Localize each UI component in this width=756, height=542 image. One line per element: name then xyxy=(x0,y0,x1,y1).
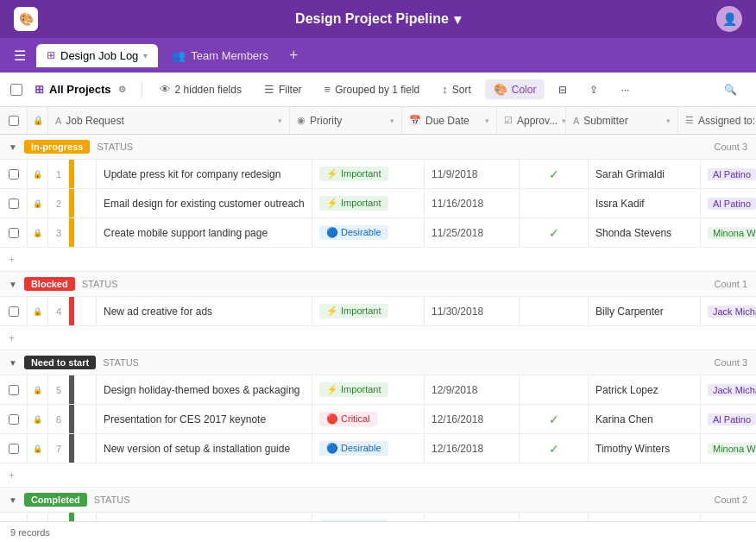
row-job-cell: New ad creative for ads xyxy=(97,297,312,325)
row-checkbox[interactable] xyxy=(9,169,19,180)
row-assigned-cell: Al Patino xyxy=(701,189,756,217)
filter-icon: ☰ xyxy=(264,83,274,96)
row-checkbox[interactable] xyxy=(9,306,19,317)
row-checkbox-cell[interactable] xyxy=(0,297,28,325)
col-submitter-header[interactable]: A Submitter ▾ xyxy=(566,107,678,134)
group-status-in-progress: STATUS xyxy=(97,142,133,152)
assigned-tag: Al Patino xyxy=(708,198,756,210)
group-button[interactable]: ≡ Grouped by 1 field xyxy=(316,79,429,99)
col-approval-header[interactable]: ☑ Approv... ▾ xyxy=(497,107,566,134)
tab-grid-icon: ⊞ xyxy=(47,49,55,61)
col-assigned-header[interactable]: ☰ Assigned to: ▾ xyxy=(678,107,756,134)
row-checkbox-cell[interactable] xyxy=(0,405,28,433)
row-job-text: Assets for new software update xyxy=(104,521,248,522)
row-checkbox-cell[interactable] xyxy=(0,218,28,247)
avatar[interactable]: 👤 xyxy=(716,6,742,32)
row-lock-cell: 🔒 xyxy=(28,513,48,521)
assigned-tag: Minona Writer xyxy=(708,443,756,455)
select-all-checkbox[interactable] xyxy=(10,84,22,96)
row-checkbox[interactable] xyxy=(9,444,19,454)
row-number: 2 xyxy=(48,199,69,209)
color-button[interactable]: 🎨 Color xyxy=(485,79,545,99)
col-duedate-sort-icon: ▾ xyxy=(485,117,489,125)
row-color-bar xyxy=(69,297,74,325)
row-submitter-text: Patrick Lopez xyxy=(595,384,658,396)
filter-button[interactable]: ☰ Filter xyxy=(255,79,311,99)
row-checkbox-cell[interactable] xyxy=(0,375,28,404)
sort-label: Sort xyxy=(452,84,471,96)
view-settings-icon[interactable]: ⚙ xyxy=(118,85,126,94)
nav-tab-team-members[interactable]: 👥 Team Members xyxy=(161,44,279,67)
toolbar-divider-1 xyxy=(142,81,142,98)
row-job-text: New version of setup & installation guid… xyxy=(104,443,290,455)
top-bar: 🎨 Design Project Pipeline ▾ 👤 xyxy=(0,0,756,38)
row-priority-tag: 🔴 Critical xyxy=(319,412,377,426)
hamburger-icon[interactable]: ☰ xyxy=(7,44,33,67)
row-approval-cell: ✓ xyxy=(520,160,589,188)
row-job-cell: Design holiday-themed boxes & packaging xyxy=(97,375,312,404)
row-checkbox-cell[interactable] xyxy=(0,513,28,521)
add-tab-button[interactable]: + xyxy=(282,45,306,66)
team-members-icon: 👥 xyxy=(172,49,186,62)
row-checkbox[interactable] xyxy=(9,228,19,238)
row-priority-cell: 🔵 Desirable xyxy=(312,434,425,463)
grouped-label: Grouped by 1 field xyxy=(335,84,419,96)
row-submitter-text: Billy Carpenter xyxy=(595,306,664,318)
nav-tab-design-job-log[interactable]: ⊞ Design Job Log ▾ xyxy=(36,44,158,67)
col-check-header[interactable] xyxy=(0,107,28,134)
row-duedate-cell: 12/9/2018 xyxy=(425,375,520,404)
nav-tab-secondary-label: Team Members xyxy=(191,49,268,62)
header-checkbox[interactable] xyxy=(9,116,19,126)
table-row: 🔒 4 New ad creative for ads ⚡ Important … xyxy=(0,297,756,326)
col-duedate-header[interactable]: 📅 Due Date ▾ xyxy=(402,107,497,134)
row-priority-cell: 🔵 Desirable xyxy=(312,218,425,247)
row-lock-cell: 🔒 xyxy=(28,434,48,463)
row-num-cell: 8 xyxy=(48,513,97,521)
row-submitter-cell: Issra Kadif xyxy=(589,189,701,217)
row-lock-icon: 🔒 xyxy=(33,170,42,179)
group-toggle-completed[interactable]: ▼ xyxy=(9,495,17,505)
row-job-text: Email design for existing customer outre… xyxy=(104,198,305,210)
row-checkbox-cell[interactable] xyxy=(0,160,28,188)
row-checkbox-cell[interactable] xyxy=(0,434,28,463)
group-badge-need-to-start: Need to start xyxy=(24,356,96,369)
row-priority-tag: 🔵 Desirable xyxy=(319,441,388,456)
more-options-button[interactable]: ··· xyxy=(612,80,638,99)
group-toggle-in-progress[interactable]: ▼ xyxy=(9,142,17,152)
row-num-cell: 7 xyxy=(48,434,97,463)
col-priority-header[interactable]: ◉ Priority ▾ xyxy=(290,107,402,134)
share-icon: ⇪ xyxy=(589,84,598,96)
row-number: 1 xyxy=(48,169,69,180)
row-submitter-text: Timothy Winters xyxy=(595,443,670,455)
row-checkbox[interactable] xyxy=(9,199,19,209)
row-height-button[interactable]: ⊟ xyxy=(550,80,576,99)
table-wrapper: 🔒 A Job Request ▾ ◉ Priority ▾ 📅 Due Dat… xyxy=(0,107,756,521)
sort-button[interactable]: ↕ Sort xyxy=(433,79,480,99)
row-job-cell: Create mobile support landing page xyxy=(97,218,312,247)
col-job-type-icon: A xyxy=(55,116,61,126)
add-row-in-progress[interactable]: + xyxy=(0,248,756,272)
row-checkbox[interactable] xyxy=(9,414,19,425)
row-color-bar xyxy=(69,160,74,188)
row-job-cell: Presentation for CES 2017 keynote xyxy=(97,405,312,433)
view-selector[interactable]: ⊞ All Projects ⚙ xyxy=(28,79,133,99)
col-job-header[interactable]: A Job Request ▾ xyxy=(48,107,290,134)
row-checkbox[interactable] xyxy=(9,385,19,395)
group-toggle-blocked[interactable]: ▼ xyxy=(9,280,17,289)
add-row-need-to-start[interactable]: + xyxy=(0,463,756,488)
row-approval-cell xyxy=(520,189,589,217)
sort-icon: ↕ xyxy=(442,83,448,96)
row-job-cell: New version of setup & installation guid… xyxy=(97,434,312,463)
row-submitter-text: Sarah Grimaldi xyxy=(595,168,665,180)
approval-check-icon: ✓ xyxy=(549,226,559,240)
tab-dropdown-icon[interactable]: ▾ xyxy=(143,51,148,60)
row-checkbox-cell[interactable] xyxy=(0,189,28,217)
group-toggle-need-to-start[interactable]: ▼ xyxy=(9,358,17,368)
title-arrow-icon[interactable]: ▾ xyxy=(454,11,461,28)
hidden-fields-button[interactable]: 👁 2 hidden fields xyxy=(151,79,250,99)
row-lock-icon: 🔒 xyxy=(33,415,42,424)
add-row-blocked[interactable]: + xyxy=(0,326,756,350)
share-button[interactable]: ⇪ xyxy=(581,80,607,99)
search-button[interactable]: 🔍 xyxy=(715,80,746,99)
row-assigned-cell: Minona Writer xyxy=(701,434,756,463)
